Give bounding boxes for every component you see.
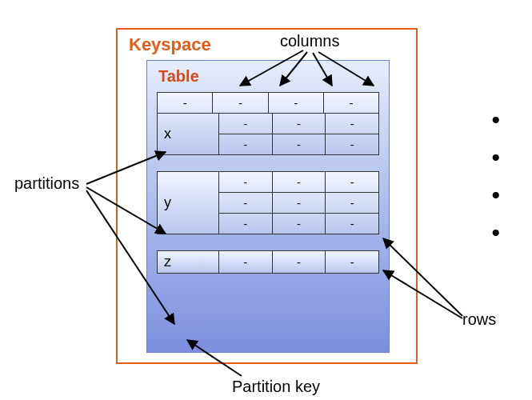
keyspace-label: Keyspace — [129, 34, 211, 55]
table-cell: - — [325, 251, 378, 273]
table-cell: - — [272, 251, 326, 273]
partition-key-cell: z — [158, 251, 219, 273]
table-cell: - — [272, 134, 326, 154]
partition-z: z--- — [157, 250, 379, 274]
table-cell: - — [272, 114, 326, 134]
table-cell: - — [219, 134, 272, 154]
table-cell: - — [325, 172, 378, 192]
partition-x: ----x------ — [157, 92, 379, 155]
bullet: • — [491, 217, 500, 248]
rows-annotation: rows — [462, 310, 496, 329]
table-box: Table ----x------y---------z--- — [146, 60, 390, 353]
table-row: --- — [219, 172, 378, 192]
table-cell: - — [219, 172, 272, 192]
partition-key-cell: x — [158, 114, 219, 154]
partition-y: y--------- — [157, 171, 379, 234]
columns-annotation: columns — [280, 32, 339, 50]
table-row: --- — [219, 251, 378, 273]
table-cell: - — [272, 172, 326, 192]
partitions-container: ----x------y---------z--- — [157, 92, 379, 274]
table-row: --- — [219, 114, 378, 134]
table-row: --- — [219, 192, 378, 213]
bullet-list: •••• — [491, 104, 500, 254]
table-cell: - — [325, 214, 378, 234]
column-header-cell: - — [212, 93, 267, 113]
column-header-cell: - — [158, 93, 212, 113]
table-row: --- — [219, 213, 378, 234]
table-row: --- — [219, 134, 378, 154]
bullet: • — [491, 179, 500, 210]
table-cell: - — [219, 193, 272, 213]
table-cell: - — [272, 214, 326, 234]
table-cell: - — [325, 114, 378, 134]
table-cell: - — [219, 214, 272, 234]
table-cell: - — [325, 134, 378, 154]
bullet: • — [491, 142, 500, 173]
bullet: • — [491, 104, 500, 135]
table-cell: - — [219, 251, 272, 273]
table-cell: - — [219, 114, 272, 134]
partitions-annotation: partitions — [14, 174, 79, 193]
column-header-cell: - — [268, 93, 323, 113]
table-cell: - — [325, 193, 378, 213]
partition-key-cell: y — [158, 172, 219, 234]
column-header-cell: - — [323, 93, 378, 113]
keyspace-box: Keyspace Table ----x------y---------z--- — [116, 28, 418, 364]
table-cell: - — [272, 193, 326, 213]
partition-key-annotation: Partition key — [232, 378, 320, 396]
table-label: Table — [158, 67, 379, 86]
